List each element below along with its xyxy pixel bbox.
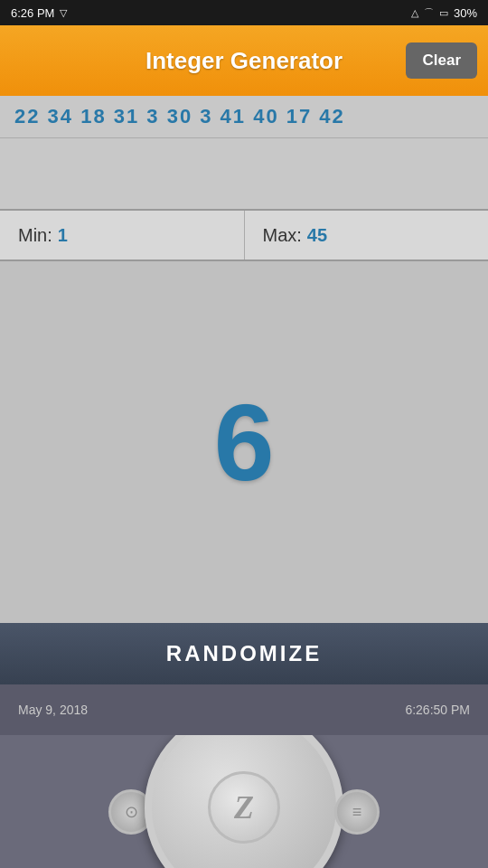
status-time-area: 6:26 PM ▽ <box>11 6 67 20</box>
headset-icon: ⌒ <box>424 6 434 20</box>
alert-icon: △ <box>411 7 418 19</box>
status-bar: 6:26 PM ▽ △ ⌒ ▭ 30% <box>0 0 488 25</box>
max-value: 45 <box>307 225 327 246</box>
status-icons: △ ⌒ ▭ 30% <box>411 6 477 20</box>
nav-right-button[interactable]: ≡ <box>334 789 380 835</box>
history-empty-space <box>0 138 488 211</box>
nav-wheel[interactable]: Z <box>145 735 343 868</box>
min-label: Min: <box>18 225 52 246</box>
clear-button[interactable]: Clear <box>406 42 477 79</box>
battery-percent: 30% <box>454 6 477 20</box>
header: Integer Generator Clear <box>0 25 488 96</box>
signal-icon: ▽ <box>60 7 67 19</box>
max-cell[interactable]: Max: 45 <box>245 211 489 259</box>
max-label: Max: <box>263 225 302 246</box>
min-cell[interactable]: Min: 1 <box>0 211 245 259</box>
footer: May 9, 2018 6:26:50 PM <box>0 684 488 735</box>
minmax-row: Min: 1 Max: 45 <box>0 211 488 261</box>
footer-date: May 9, 2018 <box>18 703 88 717</box>
min-value: 1 <box>58 225 68 246</box>
footer-time: 6:26:50 PM <box>405 703 470 717</box>
main-area: 6 <box>0 261 488 623</box>
bottom-nav: ⊙ Z ≡ <box>0 735 488 868</box>
nav-right-icon: ≡ <box>352 803 362 822</box>
randomize-button[interactable]: RANDOMIZE <box>0 623 488 684</box>
history-numbers: 22 34 18 31 3 30 3 41 40 17 42 <box>14 105 345 127</box>
nav-z-icon: Z <box>234 788 254 826</box>
status-time: 6:26 PM <box>11 6 54 20</box>
battery-icon: ▭ <box>439 7 448 19</box>
nav-wheel-center[interactable]: Z <box>208 771 280 844</box>
app-title: Integer Generator <box>145 47 343 75</box>
nav-left-icon: ⊙ <box>125 802 138 822</box>
random-number-display: 6 <box>214 380 275 505</box>
history-row: 22 34 18 31 3 30 3 41 40 17 42 <box>0 96 488 138</box>
